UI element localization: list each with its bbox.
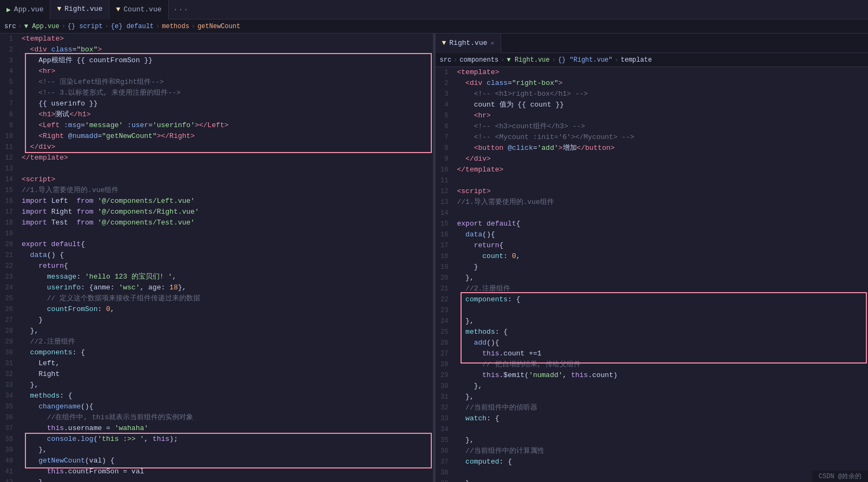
tab-count-vue[interactable]: ▼ Count.vue (109, 0, 168, 19)
r-code-line-16: 16 data(){ (436, 229, 869, 240)
tab-icon-count: ▼ (116, 5, 120, 14)
code-line-39: 39 }, (0, 445, 433, 455)
r-code-line-18: 18 count: 0, (436, 251, 869, 262)
r-code-line-21: 21 //2.注册组件 (436, 283, 869, 294)
code-line-7: 7 {{ userinfo }} (0, 98, 433, 109)
r-code-line-7: 7 <!-- <Mycount :init='6'></Mycount> --> (436, 132, 869, 143)
code-line-38: 38 console.log('this :>> ', this); (0, 434, 433, 445)
code-line-32: 32 Right (0, 369, 433, 380)
r-code-line-33: 33 watch: { (436, 413, 869, 424)
code-line-25: 25 // 定义这个数据项来接收子组件传递过来的数据 (0, 293, 433, 304)
tab-right-vue[interactable]: ▼ Right.vue (50, 0, 109, 19)
r-code-line-31: 31 }, (436, 392, 869, 402)
bc-src: src (4, 23, 16, 30)
code-line-9: 9 <Left :msg='message' :user='userinfo'>… (0, 120, 433, 131)
r-code-line-12: 12 <script> (436, 186, 869, 197)
right-code-area[interactable]: 1 <template> 2 <div class="right-box"> 3… (436, 67, 869, 482)
r-code-line-23: 23 (436, 305, 869, 316)
r-code-line-10: 10 </template> (436, 164, 869, 175)
r-code-line-11: 11 (436, 175, 869, 186)
r-code-line-3: 3 <!-- <h1>right-box</h1> --> (436, 89, 869, 100)
right-tab-rightvue[interactable]: ▼ Right.vue ✕ (436, 34, 502, 53)
code-line-35: 35 changename(){ (0, 401, 433, 412)
r-code-line-20: 20 }, (436, 273, 869, 283)
code-line-30: 30 components: { (0, 347, 433, 358)
r-code-line-9: 9 </div> (436, 154, 869, 164)
code-line-40: 40 getNewCount(val) { (0, 455, 433, 466)
r-code-line-32: 32 //当前组件中的侦听器 (436, 402, 869, 413)
tab-label-app: App.vue (14, 5, 44, 14)
r-code-line-5: 5 <hr> (436, 110, 869, 121)
code-line-16: 16 import Left from '@/components/Left.v… (0, 196, 433, 207)
tab-icon-app: ▶ (6, 5, 11, 14)
bc-right-template: template (621, 56, 652, 64)
bc-appvue: ▼ App.vue (24, 23, 60, 30)
code-line-22: 22 return{ (0, 261, 433, 272)
r-code-line-17: 17 return{ (436, 240, 869, 251)
right-tab-icon: ▼ (442, 39, 446, 47)
code-line-36: 36 //在组件中, this就表示当前组件的实例对象 (0, 412, 433, 423)
breadcrumb-right: src › components › ▼ Right.vue › {} "Rig… (436, 53, 869, 67)
r-code-line-19: 19 } (436, 262, 869, 273)
code-line-29: 29 //2.注册组件 (0, 336, 433, 347)
code-line-41: 41 this.countFromSon = val (0, 466, 433, 477)
r-code-line-25: 25 methods: { (436, 327, 869, 338)
r-code-line-39: 39 }, (436, 478, 869, 482)
editor-container: 1 <template> 2 <div class="box"> 3 App根组… (0, 34, 868, 482)
r-code-line-30: 30 }, (436, 381, 869, 392)
bc-right-components: components (459, 56, 498, 64)
code-line-15: 15 //1.导入需要使用的.vue组件 (0, 185, 433, 196)
right-editor-pane: ▼ Right.vue ✕ src › components › ▼ Right… (436, 34, 869, 482)
r-code-line-36: 36 //当前组件中的计算属性 (436, 446, 869, 457)
code-line-4: 4 <hr> (0, 66, 433, 77)
code-line-10: 10 <Right @numadd="getNewCount"></Right> (0, 131, 433, 142)
code-line-26: 26 countFromSon: 0, (0, 304, 433, 315)
code-line-14: 14 <script> (0, 174, 433, 185)
bc-right-src: src (440, 56, 452, 64)
right-tab-close[interactable]: ✕ (491, 39, 495, 47)
code-line-28: 28 }, (0, 326, 433, 336)
r-code-line-28: 28 // 把自增的结果, 传给父组件 (436, 359, 869, 370)
code-line-18: 18 import Test from '@/components/Test.v… (0, 217, 433, 228)
right-tab-label: Right.vue (449, 39, 487, 47)
breadcrumb-left: src › ▼ App.vue › {} script › {e} defaul… (0, 19, 868, 34)
code-line-3: 3 App根组件 {{ countFromSon }} (0, 55, 433, 66)
code-line-37: 37 this.username = 'wahaha' (0, 423, 433, 434)
code-line-13: 13 (0, 163, 433, 174)
tab-label-count: Count.vue (123, 5, 161, 14)
code-line-11: 11 </div> (0, 142, 433, 153)
code-line-33: 33 }, (0, 380, 433, 391)
bc-getnewcount: getNewCount (198, 23, 240, 30)
tab-label-right: Right.vue (64, 5, 102, 13)
r-code-line-1: 1 <template> (436, 67, 869, 78)
code-line-42: 42 }, (0, 477, 433, 482)
more-tabs-button[interactable]: ··· (169, 5, 193, 15)
r-code-line-37: 37 computed: { (436, 457, 869, 467)
bc-default: {e} default (111, 23, 154, 30)
code-line-34: 34 methods: { (0, 391, 433, 401)
r-code-line-34: 34 (436, 424, 869, 435)
r-code-line-22: 22 components: { (436, 294, 869, 305)
bc-right-rightvue: ▼ Right.vue (507, 56, 550, 64)
code-line-17: 17 import Right from '@/components/Right… (0, 207, 433, 217)
bc-methods: methods (162, 23, 189, 30)
r-code-line-15: 15 export default{ (436, 219, 869, 229)
left-code-area[interactable]: 1 <template> 2 <div class="box"> 3 App根组… (0, 34, 433, 482)
code-line-5: 5 <!-- 渲染Lefet组件和Rgiht组件--> (0, 77, 433, 88)
tab-app-vue[interactable]: ▶ App.vue (0, 0, 50, 19)
r-code-line-8: 8 <button @click='add'>增加</button> (436, 143, 869, 154)
code-line-1: 1 <template> (0, 34, 433, 44)
code-line-21: 21 data() { (0, 250, 433, 261)
code-line-27: 27 } (0, 315, 433, 326)
tab-icon-right: ▼ (57, 5, 61, 13)
r-code-line-27: 27 this.count +=1 (436, 348, 869, 359)
code-line-24: 24 userinfo: {anme: 'wsc', age: 18}, (0, 282, 433, 293)
r-code-line-2: 2 <div class="right-box"> (436, 78, 869, 89)
status-text: CSDN @姓余的 (819, 473, 862, 480)
r-code-line-29: 29 this.$emit('numadd', this.count) (436, 370, 869, 381)
r-code-line-35: 35 }, (436, 435, 869, 446)
r-code-line-26: 26 add(){ (436, 338, 869, 348)
tab-bar: ▶ App.vue ▼ Right.vue ▼ Count.vue ··· (0, 0, 868, 19)
code-line-31: 31 Left, (0, 358, 433, 369)
r-code-line-6: 6 <!-- <h3>count组件</h3> --> (436, 121, 869, 132)
